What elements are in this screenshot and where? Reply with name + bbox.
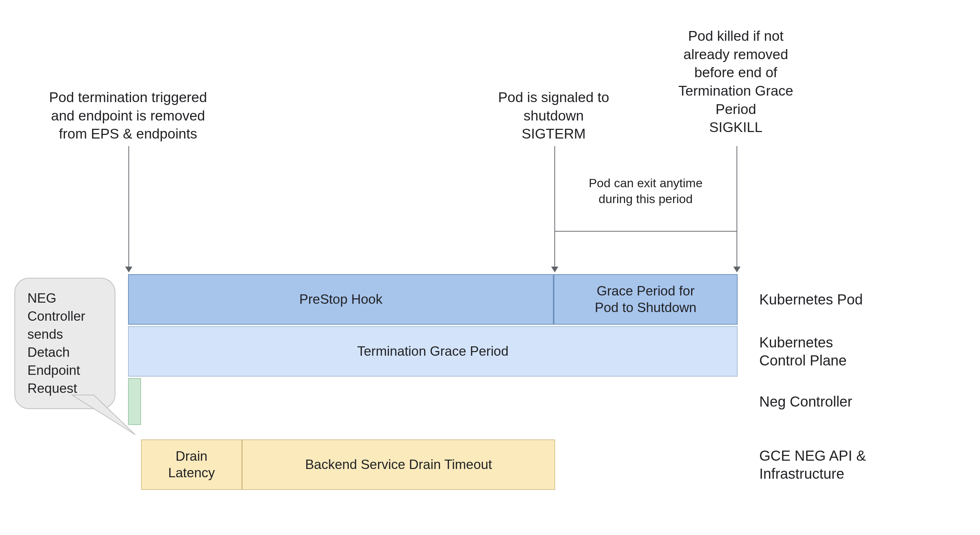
block-label: PreStop Hook [299, 291, 382, 308]
lane-label-text: Neg Controller [759, 393, 852, 409]
block-prestop-hook: PreStop Hook [128, 274, 554, 325]
callout-text: NEG Controller sends Detach Endpoint Req… [27, 291, 85, 396]
bracket-line-top [554, 231, 737, 232]
bracket-left-tick [554, 217, 555, 231]
lane-gce-neg-api: Drain Latency Backend Service Drain Time… [128, 439, 972, 490]
block-termination-grace-period: Termination Grace Period [128, 326, 738, 377]
lane-kubernetes-control-plane: Termination Grace Period Kubernetes Cont… [128, 326, 972, 377]
annotation-pod-signaled: Pod is signaled to shutdown SIGTERM [478, 88, 629, 143]
annotation-pod-termination: Pod termination triggered and endpoint i… [25, 88, 231, 143]
bracket-right-tick [737, 217, 737, 231]
lane-kubernetes-pod: PreStop Hook Grace Period for Pod to Shu… [128, 274, 972, 325]
block-drain-latency: Drain Latency [141, 439, 242, 490]
callout-tail [72, 395, 137, 442]
lane-label-kubernetes-control-plane: Kubernetes Control Plane [759, 333, 947, 369]
block-label: Grace Period for Pod to Shutdown [595, 283, 697, 316]
annotation-text: Pod can exit anytime during this period [589, 176, 703, 205]
arrow-pod-signaled [554, 146, 555, 272]
lane-label-gce-neg-api: GCE NEG API & Infrastructure [759, 447, 947, 483]
block-label: Drain Latency [168, 448, 215, 482]
block-grace-period-shutdown: Grace Period for Pod to Shutdown [554, 274, 738, 325]
block-label: Backend Service Drain Timeout [305, 456, 492, 473]
callout-neg-controller: NEG Controller sends Detach Endpoint Req… [14, 278, 115, 409]
arrow-pod-killed [737, 146, 737, 272]
annotation-pod-exit-anytime: Pod can exit anytime during this period [563, 175, 729, 207]
block-label: Termination Grace Period [357, 343, 509, 360]
lane-gap [128, 427, 972, 439]
lane-label-text: Kubernetes Control Plane [759, 334, 846, 368]
annotation-text: Pod termination triggered and endpoint i… [49, 89, 207, 142]
lane-neg-controller: Neg Controller [128, 378, 972, 425]
lane-label-text: Kubernetes Pod [759, 291, 863, 307]
block-backend-service-drain-timeout: Backend Service Drain Timeout [242, 439, 555, 490]
annotation-text: Pod is signaled to shutdown SIGTERM [498, 89, 609, 142]
arrow-pod-termination [129, 146, 129, 272]
lane-label-neg-controller: Neg Controller [759, 393, 947, 411]
svg-marker-0 [72, 395, 135, 435]
annotation-pod-killed: Pod killed if not already removed before… [649, 27, 822, 137]
timeline-area: PreStop Hook Grace Period for Pod to Shu… [128, 274, 972, 491]
lane-label-kubernetes-pod: Kubernetes Pod [759, 290, 947, 309]
lane-label-text: GCE NEG API & Infrastructure [759, 448, 866, 482]
annotation-text: Pod killed if not already removed before… [678, 28, 794, 135]
